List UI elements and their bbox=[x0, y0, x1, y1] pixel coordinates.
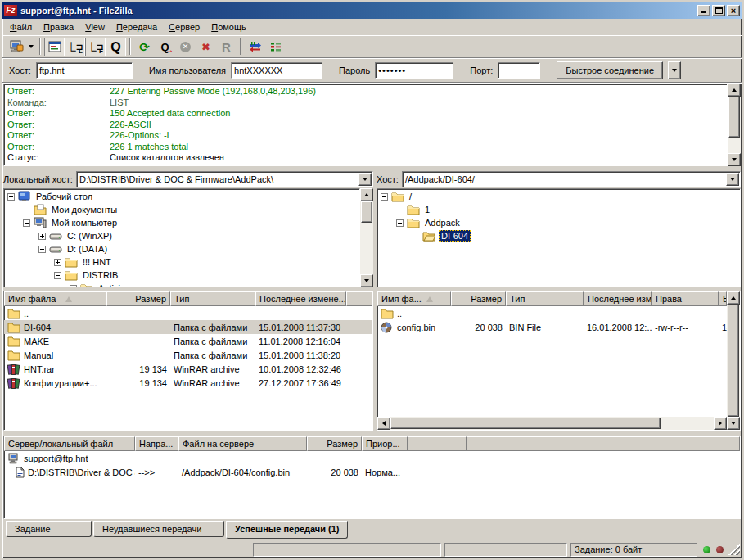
tree-item-addpack[interactable]: Addpack bbox=[377, 216, 740, 229]
tree-item-hnt[interactable]: !!! HNT bbox=[4, 255, 359, 269]
toggle-log-button[interactable] bbox=[44, 38, 65, 56]
column-header-size[interactable]: Размер bbox=[307, 436, 362, 451]
username-input[interactable]: hntXXXXXX bbox=[231, 62, 322, 79]
column-header-remote-file[interactable]: Файл на сервере bbox=[178, 436, 307, 451]
scrollbar-thumb[interactable] bbox=[390, 418, 661, 429]
scroll-left-icon[interactable] bbox=[377, 417, 390, 430]
tab-queue[interactable]: Задание bbox=[6, 521, 92, 537]
tree-item-root[interactable]: / bbox=[377, 190, 740, 203]
column-header-type[interactable]: Тип bbox=[506, 291, 584, 306]
tree-item-drive-c[interactable]: C: (WinXP) bbox=[4, 229, 359, 242]
menu-server[interactable]: Сервер bbox=[163, 20, 205, 34]
menu-view[interactable]: View bbox=[79, 20, 110, 34]
menu-help[interactable]: Помощь bbox=[205, 20, 252, 34]
combo-dropdown-icon[interactable] bbox=[358, 173, 372, 186]
column-header-filler bbox=[346, 291, 372, 306]
scroll-down-icon[interactable] bbox=[727, 417, 740, 430]
expand-icon[interactable] bbox=[54, 259, 61, 266]
file-row-make[interactable]: MAKE Папка с файлами 11.01.2008 12:16:04 bbox=[4, 334, 372, 348]
expand-icon[interactable] bbox=[38, 233, 46, 240]
column-header-server-local-file[interactable]: Сервер/локальный файл bbox=[4, 436, 135, 451]
reconnect-button[interactable]: R bbox=[216, 38, 237, 56]
tree-item-computer[interactable]: Мой компьютер bbox=[4, 216, 359, 229]
queue-server-row[interactable]: support@ftp.hnt bbox=[4, 451, 740, 465]
quickconnect-button[interactable]: Быстрое соединение bbox=[557, 61, 663, 79]
collapse-icon[interactable] bbox=[38, 246, 46, 253]
combo-dropdown-icon[interactable] bbox=[726, 173, 739, 186]
file-row-up[interactable]: .. bbox=[377, 306, 727, 320]
column-header-permissions[interactable]: Права bbox=[652, 291, 719, 306]
column-header-name[interactable]: Имя файла bbox=[4, 291, 106, 306]
scroll-up-icon[interactable] bbox=[727, 291, 740, 305]
queue-view-button[interactable] bbox=[265, 38, 286, 56]
menu-file[interactable]: Файл bbox=[4, 20, 38, 34]
queue-file-row[interactable]: D:\DISTRIB\Driver & DOC & ... -->> /Addp… bbox=[4, 465, 740, 479]
remote-list-hscrollbar[interactable] bbox=[377, 417, 727, 430]
tab-successful-transfers[interactable]: Успешные передачи (1) bbox=[226, 521, 348, 539]
column-header-owner[interactable]: Влад bbox=[719, 291, 727, 306]
scroll-right-icon[interactable] bbox=[714, 417, 727, 430]
file-row-manual[interactable]: Manual Папка с файлами 15.01.2008 11:38:… bbox=[4, 348, 372, 362]
remote-path-combo[interactable]: /Addpack/DI-604/ bbox=[402, 171, 741, 187]
host-input[interactable]: ftp.hnt bbox=[36, 62, 133, 79]
file-row-config-rar[interactable]: Конфигурации+... 19 134 WinRAR archive 2… bbox=[4, 376, 372, 390]
collapse-icon[interactable] bbox=[396, 219, 404, 227]
file-row-config-bin[interactable]: config.bin 20 038 BIN File 16.01.2008 12… bbox=[377, 320, 727, 334]
close-button[interactable]: × bbox=[727, 5, 740, 16]
scroll-down-icon[interactable] bbox=[360, 274, 373, 287]
remote-list-vscrollbar[interactable] bbox=[727, 291, 740, 430]
local-path-combo[interactable]: D:\DISTRIB\Driver & DOC & Firmware\AddPa… bbox=[76, 171, 373, 187]
app-icon[interactable]: Fz bbox=[4, 5, 17, 16]
log-scrollbar[interactable] bbox=[728, 84, 741, 166]
password-input[interactable]: ••••••• bbox=[375, 62, 453, 79]
refresh-button[interactable]: ⟳ bbox=[134, 38, 155, 56]
minimize-button[interactable] bbox=[697, 5, 710, 16]
column-header-priority[interactable]: Приор... bbox=[362, 436, 408, 451]
tree-item-desktop[interactable]: Рабочий стол bbox=[4, 190, 359, 203]
column-header-name[interactable]: Имя фа... bbox=[377, 291, 451, 306]
cancel-button[interactable]: ✕ bbox=[175, 38, 196, 56]
resize-grip[interactable] bbox=[728, 544, 740, 555]
quickconnect-dropdown[interactable] bbox=[668, 61, 681, 79]
menu-transfer[interactable]: Передача bbox=[110, 20, 163, 34]
scroll-down-icon[interactable] bbox=[728, 153, 741, 166]
file-row-hnt-rar[interactable]: HNT.rar 19 134 WinRAR archive 10.01.2008… bbox=[4, 362, 372, 376]
column-header-size[interactable]: Размер bbox=[451, 291, 506, 306]
file-row-up[interactable]: .. bbox=[4, 306, 372, 320]
maximize-button[interactable] bbox=[712, 5, 725, 16]
tree-item-antivir[interactable]: Antivir bbox=[4, 282, 359, 287]
column-header-modified[interactable]: Последнее изм... bbox=[584, 291, 652, 306]
toggle-remote-tree-button[interactable]: ⎿⊐ F bbox=[85, 38, 106, 56]
port-input[interactable] bbox=[498, 62, 540, 79]
tree-item-distrib[interactable]: DISTRIB bbox=[4, 269, 359, 282]
tree-item-drive-d[interactable]: D: (DATA) bbox=[4, 242, 359, 255]
column-header-size[interactable]: Размер bbox=[106, 291, 170, 306]
column-header-direction[interactable]: Напра... bbox=[135, 436, 178, 451]
column-header-modified[interactable]: Последнее измене... bbox=[255, 291, 346, 306]
column-header-type[interactable]: Тип bbox=[170, 291, 255, 306]
disconnect-button[interactable]: ✖ bbox=[196, 38, 216, 56]
scrollbar-thumb[interactable] bbox=[728, 97, 740, 138]
collapse-icon[interactable] bbox=[381, 193, 388, 201]
toggle-local-tree-button[interactable]: ⎿⊐ L bbox=[65, 38, 85, 56]
collapse-icon[interactable] bbox=[54, 272, 61, 279]
site-manager-button[interactable] bbox=[6, 38, 26, 56]
scroll-up-icon[interactable] bbox=[360, 188, 373, 201]
file-row-di604[interactable]: DI-604 Папка с файлами 15.01.2008 11:37:… bbox=[4, 320, 372, 334]
site-manager-dropdown[interactable] bbox=[26, 38, 36, 56]
collapse-icon[interactable] bbox=[7, 193, 15, 201]
toggle-queue-button[interactable]: Q bbox=[106, 38, 126, 56]
scrollbar-thumb[interactable] bbox=[728, 305, 739, 417]
scroll-up-icon[interactable] bbox=[728, 84, 741, 97]
tree-item-documents[interactable]: Мои документы bbox=[4, 203, 359, 216]
process-queue-button[interactable]: Q → bbox=[155, 38, 175, 56]
tab-failed-transfers[interactable]: Неудавшиеся передачи bbox=[93, 521, 224, 537]
column-header-status[interactable] bbox=[408, 436, 467, 451]
collapse-icon[interactable] bbox=[23, 219, 30, 227]
scrollbar-thumb[interactable] bbox=[361, 201, 372, 223]
tree-item-1[interactable]: 1 bbox=[377, 203, 740, 216]
transfer-mode-button[interactable] bbox=[245, 38, 265, 56]
menu-edit[interactable]: Правка bbox=[38, 20, 79, 34]
tree-item-di604[interactable]: DI-604 bbox=[377, 229, 740, 242]
local-tree-scrollbar[interactable] bbox=[360, 188, 373, 287]
